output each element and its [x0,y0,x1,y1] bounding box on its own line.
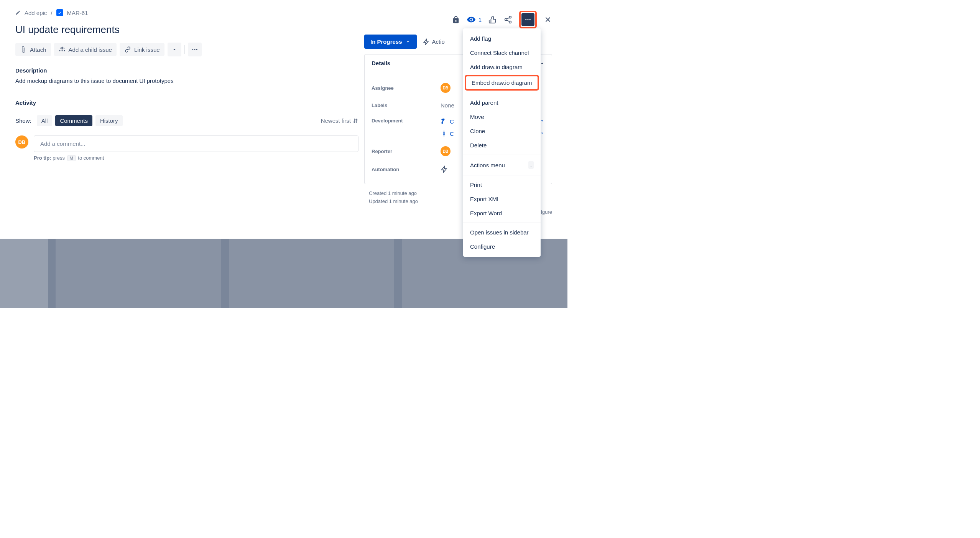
menu-configure[interactable]: Configure [463,239,541,254]
issue-key-link[interactable]: MAR-61 [67,10,88,16]
filter-comments-button[interactable]: Comments [55,115,92,126]
configure-link-partial[interactable]: igure [541,209,552,215]
actions-dropdown[interactable]: Actio [423,38,445,45]
child-issue-icon [59,46,66,53]
add-child-issue-button[interactable]: Add a child issue [54,43,117,56]
svg-point-3 [509,16,511,18]
menu-move[interactable]: Move [463,110,541,124]
close-icon [544,15,552,24]
chevron-down-icon [405,39,411,45]
sort-button[interactable]: Newest first [321,117,358,124]
svg-point-5 [509,21,511,23]
link-icon [124,46,131,53]
attach-button[interactable]: Attach [15,43,51,56]
share-button[interactable] [504,15,512,24]
more-actions-button[interactable] [521,13,534,26]
link-issue-dropdown[interactable] [168,43,181,56]
chevron-down-icon [172,47,177,52]
menu-actions-menu[interactable]: Actions menu . [463,157,541,173]
eye-icon [467,15,475,24]
more-button-highlight [519,11,537,28]
more-actions-dropdown: Add flag Connect Slack channel Add draw.… [463,28,541,257]
issue-toolbar: Attach Add a child issue Link issue [15,43,358,56]
breadcrumb-separator: / [51,10,52,16]
assignee-avatar: DB [441,83,451,93]
menu-connect-slack[interactable]: Connect Slack channel [463,46,541,60]
lightning-icon [423,38,430,45]
link-issue-button[interactable]: Link issue [120,43,164,56]
menu-dot-icon: . [528,161,534,169]
menu-divider [463,93,541,93]
menu-divider [463,155,541,155]
sort-icon [352,118,358,124]
filter-all-button[interactable]: All [37,115,53,126]
user-avatar[interactable]: DB [15,135,28,149]
show-label: Show: [15,117,31,124]
task-icon [56,9,63,16]
watch-button[interactable] [467,15,475,24]
menu-clone[interactable]: Clone [463,124,541,138]
toolbar-divider [184,45,185,54]
menu-add-parent[interactable]: Add parent [463,96,541,110]
unlock-icon [452,15,460,24]
pencil-icon [15,10,21,15]
lightning-icon [441,165,448,173]
activity-label: Activity [15,99,358,106]
comment-input[interactable]: Add a comment... [34,135,358,152]
menu-export-xml[interactable]: Export XML [463,192,541,206]
attachment-icon [20,46,27,53]
menu-divider [463,223,541,223]
watch-count: 1 [478,17,482,23]
menu-add-drawio[interactable]: Add draw.io diagram [463,60,541,74]
menu-open-sidebar[interactable]: Open issues in sidebar [463,225,541,239]
filter-history-button[interactable]: History [95,115,123,126]
menu-delete[interactable]: Delete [463,138,541,152]
svg-point-9 [443,133,445,135]
commit-icon [441,130,447,137]
thumbs-up-icon [488,15,497,24]
menu-divider [463,175,541,175]
add-epic-link[interactable]: Add epic [25,10,47,16]
status-button[interactable]: In Progress [364,35,417,49]
menu-embed-highlight: Embed draw.io diagram [465,75,539,91]
breadcrumb: Add epic / MAR-61 [15,9,358,16]
description-text[interactable]: Add mockup diagrams to this issue to doc… [15,78,358,84]
svg-point-4 [505,18,507,21]
description-label: Description [15,67,358,74]
issue-title[interactable]: UI update requirements [15,24,358,36]
branch-icon [441,118,447,125]
svg-point-2 [196,49,197,50]
menu-export-word[interactable]: Export Word [463,206,541,220]
share-icon [504,15,512,24]
toolbar-more-button[interactable] [188,43,202,56]
reporter-avatar: DB [441,146,451,156]
more-horizontal-icon [191,46,198,53]
more-horizontal-icon [525,15,531,24]
svg-point-1 [194,49,195,50]
vote-button[interactable] [488,15,497,24]
svg-point-0 [192,49,193,50]
lock-button[interactable] [452,15,460,24]
pro-tip: Pro tip: press M to comment [34,155,358,161]
menu-embed-drawio[interactable]: Embed draw.io diagram [466,76,538,89]
menu-print[interactable]: Print [463,178,541,192]
svg-point-8 [529,19,531,20]
svg-point-7 [528,19,529,20]
svg-point-6 [525,19,526,20]
close-button[interactable] [544,15,552,24]
menu-add-flag[interactable]: Add flag [463,31,541,46]
